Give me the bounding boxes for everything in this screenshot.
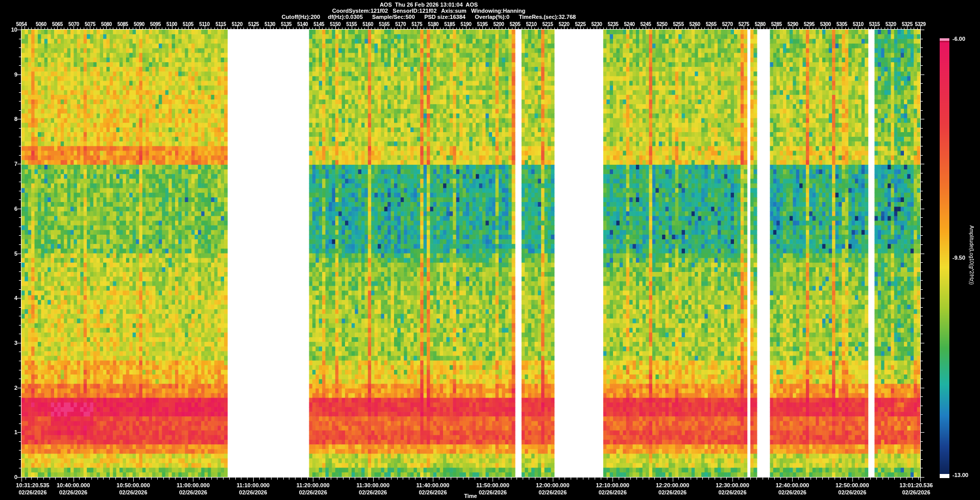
time-tick-label: 13:01:20.536 02/26/2026	[899, 482, 933, 496]
top-axis-label: 5130	[264, 21, 275, 27]
top-axis-label: 5220	[558, 21, 569, 27]
time-tick-label: 12:30:00.000 02/26/2026	[716, 482, 749, 496]
freq-axis-label: 6	[0, 206, 17, 212]
top-axis-label: 5140	[297, 21, 308, 27]
time-tick-label: 11:20:00.000 02/26/2026	[297, 482, 330, 496]
freq-axis-label: 1	[0, 429, 17, 435]
freq-axis-label: 4	[0, 295, 17, 301]
top-axis-label: 5275	[739, 21, 749, 27]
top-axis-label: 5080	[101, 21, 112, 27]
time-tick-label: 12:10:00.000 02/26/2026	[596, 482, 629, 496]
top-axis-label: 5195	[477, 21, 487, 27]
top-axis-label: 5280	[755, 21, 766, 27]
top-axis-label: 5145	[313, 21, 324, 27]
top-axis-label: 5329	[915, 21, 925, 27]
top-axis-label: 5175	[411, 21, 422, 27]
colorbar-min-label: -13.00	[952, 472, 968, 478]
colorbar-mid-label: -9.50	[952, 255, 965, 261]
top-axis-label: 5054	[16, 21, 27, 27]
top-axis-label: 5155	[346, 21, 357, 27]
top-axis-label: 5150	[330, 21, 340, 27]
top-axis-label: 5235	[608, 21, 619, 27]
top-axis-label: 5300	[820, 21, 831, 27]
top-axis-label: 5310	[853, 21, 864, 27]
freq-axis-label: 3	[0, 340, 17, 346]
top-axis-label: 5070	[68, 21, 79, 27]
top-axis-label: 5295	[804, 21, 815, 27]
time-tick-label: 12:50:00.000 02/26/2026	[836, 482, 869, 496]
top-axis-label: 5185	[444, 21, 455, 27]
colorbar-max-label: -6.00	[952, 36, 965, 42]
top-axis-label: 5215	[542, 21, 553, 27]
time-tick-label: 10:40:00.000 02/26/2026	[57, 482, 90, 496]
time-tick-label: 12:20:00.000 02/26/2026	[656, 482, 689, 496]
freq-axis-label: 8	[0, 116, 17, 122]
top-axis-label: 5190	[460, 21, 471, 27]
top-axis-label: 5135	[281, 21, 291, 27]
app-title: AOS Thu 26 Feb 2026 13:01:04 AOS	[380, 2, 478, 8]
top-axis-label: 5320	[886, 21, 896, 27]
top-axis-label: 5090	[134, 21, 144, 27]
top-axis-label: 5180	[428, 21, 438, 27]
top-axis-label: 5210	[526, 21, 536, 27]
freq-axis-label: 2	[0, 385, 17, 391]
header-psd-line: Cutoff(Hz):200 df(Hz):0.0305 Sample/Sec:…	[282, 14, 576, 20]
time-tick-label: 10:31:20.535 02/26/2026	[16, 482, 49, 496]
top-axis-label: 5200	[493, 21, 504, 27]
colorbar-title: Amplitude(Log10(g^2/Hz))	[969, 226, 974, 285]
top-axis-label: 5265	[706, 21, 717, 27]
time-tick-label: 11:30:00.000 02/26/2026	[356, 482, 389, 496]
top-axis-label: 5160	[362, 21, 373, 27]
time-tick-label: 11:50:00.000 02/26/2026	[476, 482, 509, 496]
spectrogram-canvas	[0, 0, 980, 500]
top-axis-label: 5100	[166, 21, 177, 27]
top-axis-label: 5305	[837, 21, 847, 27]
top-axis-label: 5225	[575, 21, 585, 27]
freq-axis-label: 10	[0, 27, 17, 33]
top-axis-label: 5255	[673, 21, 684, 27]
top-axis-label: 5065	[52, 21, 63, 27]
time-axis-title: Time	[464, 493, 477, 499]
freq-axis-label: 7	[0, 161, 17, 167]
top-axis-label: 5165	[379, 21, 389, 27]
freq-axis-label: 5	[0, 251, 17, 257]
top-axis-label: 5245	[641, 21, 651, 27]
top-axis-label: 5110	[199, 21, 210, 27]
time-tick-label: 11:00:00.000 02/26/2026	[177, 482, 210, 496]
freq-axis-label: 0	[0, 474, 17, 480]
top-axis-label: 5125	[248, 21, 259, 27]
time-tick-label: 11:10:00.000 02/26/2026	[236, 482, 270, 496]
top-axis-label: 5270	[722, 21, 733, 27]
top-axis-label: 5230	[592, 21, 602, 27]
top-axis-label: 5105	[183, 21, 193, 27]
top-axis-label: 5075	[85, 21, 95, 27]
freq-axis-label: 9	[0, 71, 17, 78]
top-axis-label: 5205	[509, 21, 520, 27]
header-coord-line: CoordSystem:121f02 SensorID:121f02 Axis:…	[332, 8, 525, 14]
time-tick-label: 10:50:00.000 02/26/2026	[116, 482, 150, 496]
top-axis-label: 5095	[150, 21, 161, 27]
top-axis-label: 5170	[395, 21, 406, 27]
top-axis-label: 5260	[690, 21, 700, 27]
top-axis-label: 5315	[869, 21, 880, 27]
top-axis-label: 5240	[624, 21, 635, 27]
top-axis-label: 5290	[788, 21, 798, 27]
aos-spectrogram-window: AOS Thu 26 Feb 2026 13:01:04 AOS CoordSy…	[0, 0, 980, 500]
top-axis-label: 5120	[232, 21, 242, 27]
top-axis-label: 5285	[771, 21, 782, 27]
time-tick-label: 11:40:00.000 02/26/2026	[416, 482, 450, 496]
top-axis-label: 5115	[215, 21, 226, 27]
top-axis-label: 5085	[117, 21, 128, 27]
top-axis-label: 5250	[657, 21, 668, 27]
time-tick-label: 12:40:00.000 02/26/2026	[776, 482, 809, 496]
top-axis-label: 5325	[902, 21, 913, 27]
top-axis-label: 5060	[36, 21, 46, 27]
time-tick-label: 12:00:00.000 02/26/2026	[536, 482, 569, 496]
